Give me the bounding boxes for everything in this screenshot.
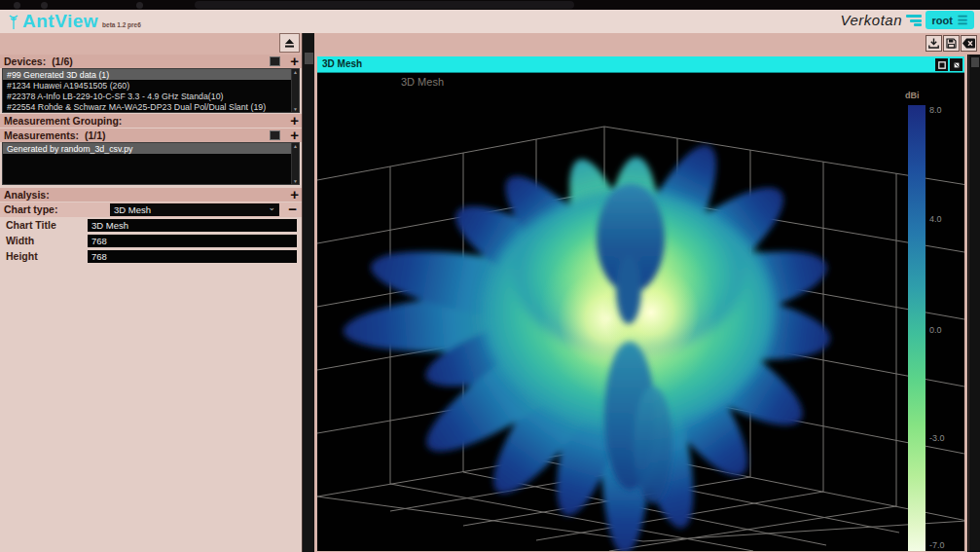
colorbar-tick: 4.0 <box>929 214 942 224</box>
add-measurement-button[interactable]: + <box>290 127 299 143</box>
device-list-item[interactable]: #22554 Rohde & Schwarz MA-WA25-DP23 Dual… <box>3 101 299 112</box>
height-input[interactable] <box>88 250 297 263</box>
analysis-label: Analysis: <box>4 189 50 201</box>
colorbar-tick: -3.0 <box>929 433 945 443</box>
scrollbar-thumb[interactable] <box>971 57 979 67</box>
measurements-count: (1/1) <box>85 129 106 141</box>
width-input[interactable] <box>88 235 297 247</box>
left-panel: Devices: (1/6) + #99 Generated 3D data (… <box>0 55 302 552</box>
chart-title-row: Chart Title <box>0 218 302 233</box>
close-icon <box>953 61 961 69</box>
plot-canvas[interactable]: 3D Mesh <box>317 73 964 551</box>
hamburger-icon: ☰ <box>958 16 968 25</box>
measurements-header: Measurements: (1/1) + <box>0 129 302 142</box>
chevron-down-icon: ⌄ <box>268 202 275 212</box>
toolbar-strip <box>0 33 980 55</box>
save-button[interactable] <box>943 35 960 52</box>
measurement-grouping-header: Measurement Grouping: + <box>0 114 302 128</box>
brand-name: Verkotan <box>841 12 902 28</box>
colorbar-unit-label: dBi <box>905 91 920 100</box>
app-version: beta 1.2 pre6 <box>102 21 141 28</box>
width-row: Width <box>0 234 302 248</box>
eject-icon <box>284 38 295 49</box>
colorbar-tick: 8.0 <box>929 105 942 115</box>
chart-title-input[interactable] <box>88 219 297 232</box>
close-chart-button[interactable] <box>950 58 962 71</box>
maximize-button[interactable] <box>935 58 948 71</box>
add-device-button[interactable]: + <box>290 53 299 69</box>
chart-type-select[interactable]: 3D Mesh ⌄ <box>110 203 279 216</box>
window-action-buttons <box>926 35 977 52</box>
devices-label: Devices: <box>4 55 46 67</box>
browser-toolbar <box>0 0 980 10</box>
devices-select-all-checkbox[interactable] <box>270 56 280 66</box>
page-scrollbar[interactable] <box>968 55 980 552</box>
chart-type-row: Chart type: 3D Mesh ⌄ − <box>0 202 302 217</box>
measurements-list: Generated by random_3d_csv.py ▲ ▼ <box>2 142 300 185</box>
measurements-select-all-checkbox[interactable] <box>270 130 280 140</box>
measurement-list-item[interactable]: Generated by random_3d_csv.py <box>3 143 299 154</box>
antenna-icon <box>8 15 19 30</box>
3d-mesh-surface <box>317 73 964 551</box>
scroll-up-icon[interactable]: ▲ <box>292 143 299 149</box>
chart-window-titlebar[interactable]: 3D Mesh <box>317 56 964 73</box>
user-name: root <box>931 15 952 26</box>
analysis-header: Analysis: + <box>0 188 302 202</box>
measurements-scrollbar[interactable]: ▲ ▼ <box>291 143 299 184</box>
collapse-panel-button[interactable] <box>279 33 300 53</box>
device-list-item[interactable]: #1234 Huawei A19451505 (260) <box>3 80 299 91</box>
brand-bars-icon <box>906 14 922 27</box>
app-title: AntView <box>22 11 98 32</box>
measurements-label: Measurements: <box>4 129 79 141</box>
brand-logo: Verkotan <box>841 12 922 28</box>
height-row: Height <box>0 249 302 264</box>
address-bar[interactable] <box>195 1 574 9</box>
forward-icon[interactable] <box>41 2 48 9</box>
device-list-item[interactable]: #99 Generated 3D data (1) <box>3 69 299 80</box>
download-button[interactable] <box>926 35 942 52</box>
app-header: AntView beta 1.2 pre6 Verkotan root ☰ <box>0 10 980 33</box>
scroll-up-icon[interactable]: ▲ <box>292 69 299 75</box>
maximize-icon <box>938 61 946 69</box>
devices-scrollbar[interactable]: ▲ ▼ <box>291 69 299 112</box>
devices-header: Devices: (1/6) + <box>0 55 302 68</box>
scrollbar-thumb[interactable] <box>305 53 313 64</box>
chart-type-value: 3D Mesh <box>114 204 151 215</box>
close-icon <box>962 38 975 49</box>
sidebar-scrollbar[interactable] <box>302 33 314 552</box>
chart-window-title: 3D Mesh <box>317 56 964 71</box>
measurement-grouping-label: Measurement Grouping: <box>4 115 122 127</box>
devices-list: #99 Generated 3D data (1) #1234 Huawei A… <box>2 68 300 113</box>
devices-count: (1/6) <box>52 55 73 67</box>
colorbar-tick: -7.0 <box>929 540 945 550</box>
remove-analysis-button[interactable]: − <box>288 201 297 217</box>
close-window-button[interactable] <box>961 35 977 52</box>
colorbar-tick: 0.0 <box>929 325 942 335</box>
app-logo: AntView beta 1.2 pre6 <box>8 11 141 32</box>
device-list-item[interactable]: #22378 A-Info LB-229-10-C-SF 3.3 - 4.9 G… <box>3 91 299 101</box>
chart-window: 3D Mesh 3D Mesh <box>314 54 967 552</box>
colorbar <box>908 105 926 551</box>
scroll-down-icon[interactable]: ▼ <box>292 178 299 184</box>
download-icon <box>928 38 939 49</box>
save-icon <box>946 38 957 49</box>
reload-icon[interactable] <box>136 2 143 9</box>
back-icon[interactable] <box>14 2 20 9</box>
user-menu-button[interactable]: root ☰ <box>926 11 974 29</box>
